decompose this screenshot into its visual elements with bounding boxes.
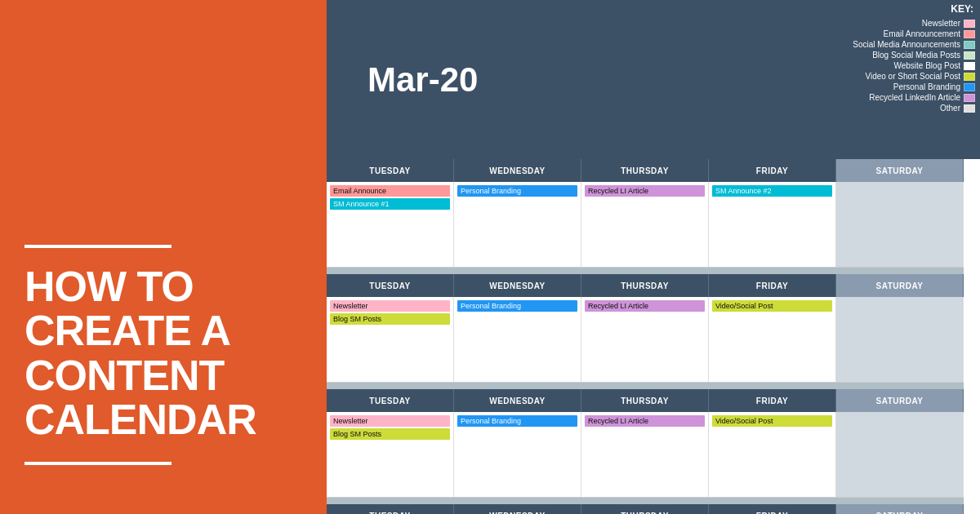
day-header-wednesday: WEDNESDAY (454, 274, 581, 297)
day-headers-row: TUESDAYWEDNESDAYTHURSDAYFRIDAYSATURDAY (327, 159, 964, 182)
day-cell-tuesday: Email AnnounceSM Announce #1 (327, 182, 454, 267)
cell-entry: Blog SM Posts (330, 313, 450, 325)
day-header-friday: FRIDAY (709, 274, 836, 297)
top-divider (24, 245, 172, 248)
day-cell-saturday (836, 297, 964, 382)
cell-entry: Recycled LI Article (585, 415, 705, 427)
day-header-thursday: THURSDAY (581, 504, 709, 514)
week-spacer (327, 268, 964, 274)
day-header-thursday: THURSDAY (581, 159, 709, 182)
key-item-label: Recycled LinkedIn Article (869, 93, 964, 102)
cell-entry: Email Announce (330, 185, 450, 197)
key-item-label: Video or Short Social Post (865, 72, 964, 81)
day-cell-thursday: Recycled LI Article (581, 297, 709, 382)
day-cell-saturday (836, 412, 964, 497)
day-cell-thursday: Recycled LI Article (581, 182, 709, 267)
day-cells-row: NewsletterBlog SM PostsPersonal Branding… (327, 412, 964, 498)
day-header-saturday: SATURDAY (836, 274, 964, 297)
day-cell-wednesday: Personal Branding (454, 297, 581, 382)
key-color-swatch (964, 30, 975, 38)
cell-entry: Personal Branding (457, 415, 577, 427)
week-spacer (327, 498, 964, 504)
day-header-wednesday: WEDNESDAY (454, 389, 581, 412)
key-item-label: Website Blog Post (893, 61, 964, 70)
day-cell-tuesday: NewsletterBlog SM Posts (327, 297, 454, 382)
cell-entry: SM Announce #2 (712, 185, 832, 197)
cell-entry: Recycled LI Article (585, 300, 705, 312)
calendar-grid: TUESDAYWEDNESDAYTHURSDAYFRIDAYSATURDAYEm… (327, 159, 964, 514)
key-item-label: Newsletter (922, 19, 964, 28)
day-header-saturday: SATURDAY (836, 504, 964, 514)
day-header-wednesday: WEDNESDAY (454, 504, 581, 514)
day-cell-thursday: Recycled LI Article (581, 412, 709, 497)
key-item: Newsletter (800, 18, 980, 29)
day-header-friday: FRIDAY (709, 389, 836, 412)
key-color-swatch (964, 83, 975, 91)
key-item-label: Email Announcement (883, 29, 964, 38)
day-header-thursday: THURSDAY (581, 389, 709, 412)
cell-entry: Recycled LI Article (585, 185, 705, 197)
key-color-swatch (964, 20, 975, 28)
key-item: Email Announcement (800, 29, 980, 39)
key-item-label: Blog Social Media Posts (872, 51, 964, 60)
month-title: Mar-20 (368, 60, 478, 100)
cell-entry: Video/Social Post (712, 415, 832, 427)
key-color-swatch (964, 51, 975, 60)
day-headers-row: TUESDAYWEDNESDAYTHURSDAYFRIDAYSATURDAY (327, 504, 964, 514)
day-cells-row: NewsletterBlog SM PostsPersonal Branding… (327, 297, 964, 383)
day-cell-friday: Video/Social Post (709, 297, 836, 382)
key-item-label: Social Media Announcements (853, 40, 964, 49)
day-header-tuesday: TUESDAY (327, 159, 454, 182)
key-item: Other (800, 103, 980, 113)
key-item-label: Personal Branding (893, 82, 964, 91)
page-title: HOW TO CREATE A CONTENT CALENDAR (24, 264, 302, 442)
key-item: Video or Short Social Post (800, 71, 980, 82)
day-cell-tuesday: NewsletterBlog SM Posts (327, 412, 454, 497)
key-color-swatch (964, 104, 975, 113)
day-cell-friday: Video/Social Post (709, 412, 836, 497)
cell-entry: Video/Social Post (712, 300, 832, 312)
header-area: Mar-20 (327, 0, 800, 159)
bottom-divider (24, 462, 172, 465)
key-color-swatch (964, 94, 975, 102)
cell-entry: SM Announce #1 (330, 198, 450, 210)
key-item: Personal Branding (800, 82, 980, 92)
key-color-swatch (964, 62, 975, 70)
key-item: Website Blog Post (800, 60, 980, 71)
day-cells-row: Email AnnounceSM Announce #1Personal Bra… (327, 182, 964, 268)
cell-entry: Blog SM Posts (330, 428, 450, 440)
key-item: Recycled LinkedIn Article (800, 92, 980, 103)
day-header-saturday: SATURDAY (836, 159, 964, 182)
key-item: Blog Social Media Posts (800, 50, 980, 60)
key-item-label: Other (940, 104, 964, 113)
day-header-thursday: THURSDAY (581, 274, 709, 297)
cell-entry: Newsletter (330, 300, 450, 312)
day-header-friday: FRIDAY (709, 504, 836, 514)
cell-entry: Personal Branding (457, 185, 577, 197)
key-item: Social Media Announcements (800, 39, 980, 50)
left-panel: HOW TO CREATE A CONTENT CALENDAR (0, 0, 327, 514)
day-cell-wednesday: Personal Branding (454, 182, 581, 267)
day-header-tuesday: TUESDAY (327, 274, 454, 297)
day-header-tuesday: TUESDAY (327, 504, 454, 514)
cell-entry: Personal Branding (457, 300, 577, 312)
day-header-friday: FRIDAY (709, 159, 836, 182)
day-cell-wednesday: Personal Branding (454, 412, 581, 497)
day-cell-friday: SM Announce #2 (709, 182, 836, 267)
key-panel: KEY: NewsletterEmail AnnouncementSocial … (800, 0, 980, 159)
key-title: KEY: (800, 0, 980, 18)
day-header-wednesday: WEDNESDAY (454, 159, 581, 182)
day-headers-row: TUESDAYWEDNESDAYTHURSDAYFRIDAYSATURDAY (327, 389, 964, 412)
key-color-swatch (964, 73, 975, 81)
day-headers-row: TUESDAYWEDNESDAYTHURSDAYFRIDAYSATURDAY (327, 274, 964, 297)
day-header-tuesday: TUESDAY (327, 389, 454, 412)
day-cell-saturday (836, 182, 964, 267)
day-header-saturday: SATURDAY (836, 389, 964, 412)
cell-entry: Newsletter (330, 415, 450, 427)
week-spacer (327, 383, 964, 389)
key-color-swatch (964, 41, 975, 49)
